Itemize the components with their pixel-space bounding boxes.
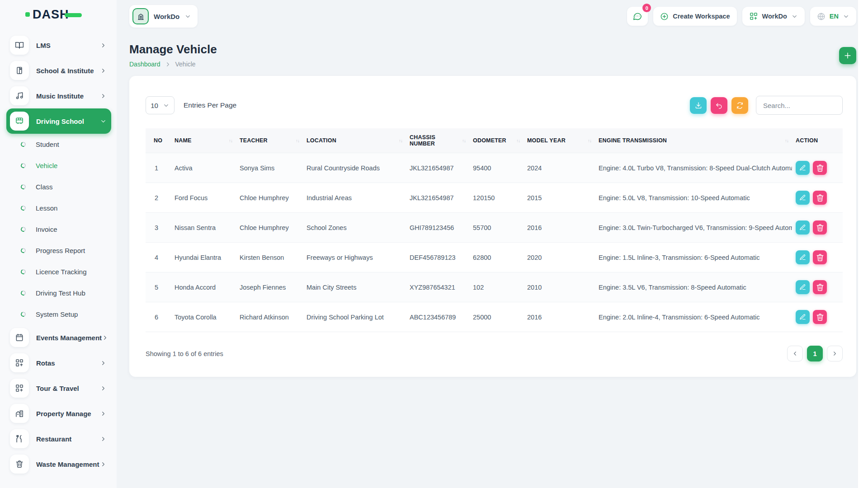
sidebar-item-label: Events Management xyxy=(36,334,102,342)
sidebar-item-vehicle[interactable]: Vehicle xyxy=(6,155,111,176)
icon-box xyxy=(10,328,29,347)
refresh-button[interactable] xyxy=(731,97,748,114)
add-vehicle-button[interactable] xyxy=(839,47,856,64)
pagination-page-1[interactable]: 1 xyxy=(807,346,823,361)
workspace-switcher[interactable]: WorkDo xyxy=(129,5,198,28)
sidebar-item-class[interactable]: Class xyxy=(6,176,111,197)
column-header-name[interactable]: NAME↑↓ xyxy=(171,128,236,153)
delete-button[interactable] xyxy=(813,161,827,175)
export-button[interactable] xyxy=(690,97,707,114)
app-logo[interactable]: DASH xyxy=(0,0,117,29)
sidebar-item-driving-test-hub[interactable]: Driving Test Hub xyxy=(6,282,111,304)
sidebar-item-licence-tracking[interactable]: Licence Tracking xyxy=(6,261,111,282)
pagination-next-button[interactable] xyxy=(827,346,843,361)
sidebar-item-tour-and-travel[interactable]: Tour & Travel xyxy=(6,375,111,401)
trash-icon xyxy=(816,223,825,232)
sidebar: DASH LMSSchool & InstituteMusic Institut… xyxy=(0,0,117,488)
column-header-location[interactable]: LOCATION↑↓ xyxy=(303,128,406,153)
edit-button[interactable] xyxy=(796,280,810,294)
workdo-menu-button[interactable]: WorkDo xyxy=(742,7,805,26)
edit-button[interactable] xyxy=(796,310,810,324)
entries-per-page-select[interactable]: 10 xyxy=(146,96,175,114)
sort-icon[interactable]: ↑↓ xyxy=(399,138,402,143)
sidebar-item-property-manage[interactable]: Property Manage xyxy=(6,401,111,426)
sidebar-item-label: LMS xyxy=(36,42,100,49)
sidebar-item-school-and-institute[interactable]: School & Institute xyxy=(6,58,111,83)
delete-button[interactable] xyxy=(813,280,827,294)
delete-button[interactable] xyxy=(813,310,827,324)
pagination-prev-button[interactable] xyxy=(787,346,803,361)
column-header-teacher[interactable]: TEACHER↑↓ xyxy=(236,128,303,153)
column-header-label: TEACHER xyxy=(240,137,268,144)
sidebar-item-lesson[interactable]: Lesson xyxy=(6,197,111,219)
sidebar-item-label: Driving Test Hub xyxy=(36,289,85,297)
table-row: 6Toyota CorollaRichard AtkinsonDriving S… xyxy=(146,302,843,332)
sidebar-item-system-setup[interactable]: System Setup xyxy=(6,304,111,325)
bullet-icon xyxy=(20,268,26,275)
scrollbar[interactable] xyxy=(858,0,868,488)
column-header-model-year[interactable]: MODEL YEAR↑↓ xyxy=(524,128,595,153)
cell-teacher: Sonya Sims xyxy=(236,153,303,183)
icon-box xyxy=(10,112,29,131)
cell-odometer: 25000 xyxy=(469,302,524,332)
pencil-icon xyxy=(799,224,806,231)
chevron-right-icon xyxy=(100,436,107,442)
grid-plus-icon xyxy=(749,12,758,21)
main-area: WorkDo 0 Create Workspace WorkDo xyxy=(117,0,868,488)
cell-action xyxy=(792,183,843,213)
restaurant-icon xyxy=(15,434,24,443)
column-header-chassis-number[interactable]: CHASSIS NUMBER↑↓ xyxy=(406,128,469,153)
sidebar-item-progress-report[interactable]: Progress Report xyxy=(6,240,111,261)
undo-icon xyxy=(715,102,723,109)
sort-icon[interactable]: ↑↓ xyxy=(229,138,232,143)
bullet-icon xyxy=(20,141,26,147)
sidebar-item-music-institute[interactable]: Music Institute xyxy=(6,83,111,108)
create-workspace-button[interactable]: Create Workspace xyxy=(653,7,736,26)
sidebar-item-waste-management[interactable]: Waste Management xyxy=(6,451,111,477)
language-selector[interactable]: EN xyxy=(810,7,856,26)
cell-name: Hyundai Elantra xyxy=(171,243,236,272)
edit-button[interactable] xyxy=(796,250,810,264)
search-input[interactable] xyxy=(756,96,843,115)
edit-button[interactable] xyxy=(796,161,810,175)
sidebar-item-lms[interactable]: LMS xyxy=(6,33,111,58)
cell-chassis-number: DEF456789123 xyxy=(406,243,469,272)
delete-button[interactable] xyxy=(813,191,827,205)
sidebar-item-driving-school[interactable]: Driving School xyxy=(6,108,111,134)
trash-icon xyxy=(15,460,24,469)
bullet-icon xyxy=(20,183,26,190)
trash-icon xyxy=(816,193,825,202)
cell-location: Main City Streets xyxy=(303,272,406,302)
messages-button[interactable]: 0 xyxy=(627,7,648,26)
cell-location: Industrial Areas xyxy=(303,183,406,213)
table-body: 1ActivaSonya SimsRural Countryside Roads… xyxy=(146,153,843,332)
sort-icon[interactable]: ↑↓ xyxy=(516,138,520,143)
sidebar-item-label: Property Manage xyxy=(36,410,100,418)
sort-icon[interactable]: ↑↓ xyxy=(296,138,299,143)
sidebar-item-restaurant[interactable]: Restaurant xyxy=(6,426,111,451)
sidebar-item-label: Driving School xyxy=(36,117,100,125)
delete-button[interactable] xyxy=(813,221,827,235)
sidebar-item-events-management[interactable]: Events Management xyxy=(6,325,111,350)
sidebar-item-rotas[interactable]: Rotas xyxy=(6,350,111,375)
table-row: 3Nissan SentraChloe HumphreySchool Zones… xyxy=(146,213,843,243)
sort-icon[interactable]: ↑↓ xyxy=(785,138,788,143)
edit-button[interactable] xyxy=(796,191,810,205)
bullet-icon xyxy=(20,205,26,211)
column-header-odometer[interactable]: ODOMETER↑↓ xyxy=(469,128,524,153)
bullet-icon xyxy=(20,162,26,169)
messages-badge: 0 xyxy=(642,4,651,12)
breadcrumb-dashboard-link[interactable]: Dashboard xyxy=(129,61,160,68)
chevron-down-icon xyxy=(843,13,849,20)
workspace-icon xyxy=(132,8,149,24)
delete-button[interactable] xyxy=(813,250,827,264)
column-header-engine-transmission[interactable]: ENGINE TRANSMISSION↑↓ xyxy=(595,128,792,153)
grid-plus-icon xyxy=(15,384,24,393)
sidebar-item-student[interactable]: Student xyxy=(6,134,111,155)
edit-button[interactable] xyxy=(796,221,810,235)
sort-icon[interactable]: ↑↓ xyxy=(462,138,466,143)
sidebar-item-invoice[interactable]: Invoice xyxy=(6,219,111,240)
reset-button[interactable] xyxy=(711,97,727,114)
sort-icon[interactable]: ↑↓ xyxy=(588,138,591,143)
sidebar-item-label: School & Institute xyxy=(36,67,100,75)
